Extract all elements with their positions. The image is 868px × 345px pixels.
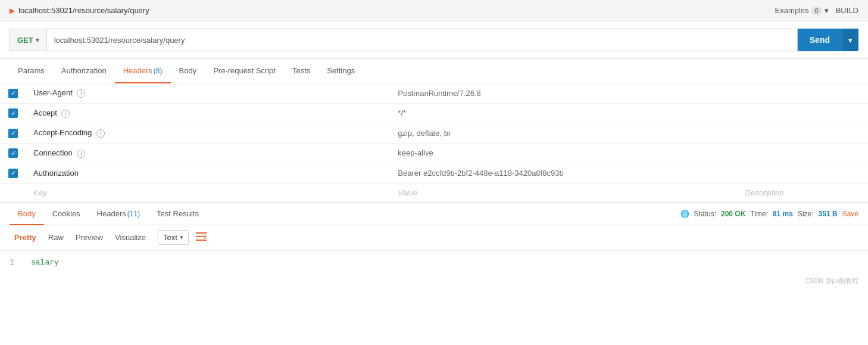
header-key-0: User-Agent [33,88,73,97]
header-value-2: gzip, deflate, br [391,123,738,144]
response-status-bar: 🌐 Status: 200 OK Time: 81 ms Size: 351 B… [680,210,858,218]
header-checkbox-1[interactable]: ✓ [8,108,18,118]
size-label: Size: [798,210,814,218]
tab-headers[interactable]: Headers(8) [115,59,171,83]
chevron-down-icon: ▾ [825,6,829,15]
preview-button[interactable]: Preview [71,231,108,244]
svg-rect-0 [196,232,207,234]
desc-placeholder: Description [745,188,784,197]
top-bar-left: ▶ localhost:53021/resource/salary/query [10,6,149,15]
header-checkbox-3[interactable]: ✓ [8,148,18,158]
response-tab-cookies[interactable]: Cookies [44,203,89,225]
info-icon[interactable]: i [77,89,85,98]
code-content-1: salary [31,258,59,267]
text-format-dropdown[interactable]: Text ▾ [158,230,189,245]
line-number-1: 1 [10,258,21,267]
raw-button[interactable]: Raw [43,231,68,244]
header-value-3: keep-alive [391,143,738,163]
visualize-button[interactable]: Visualize [110,231,151,244]
method-label: GET [17,36,33,45]
code-area: 1 salary [0,251,868,274]
format-bar: Pretty Raw Preview Visualize Text ▾ [0,225,868,251]
method-select[interactable]: GET ▾ [10,29,46,51]
response-tab-body[interactable]: Body [10,203,44,225]
chevron-down-icon: ▾ [180,234,183,241]
build-button[interactable]: BUILD [836,6,858,15]
save-link[interactable]: Save [842,210,858,218]
size-value: 351 B [819,210,838,218]
response-tabs-bar: Body Cookies Headers(11) Test Results 🌐 … [0,203,868,225]
url-bar: GET ▾ Send ▾ [0,21,868,59]
response-section: Body Cookies Headers(11) Test Results 🌐 … [0,203,868,274]
time-value: 81 ms [773,210,793,218]
table-row-empty: Key Value Description [0,183,868,202]
tab-tests[interactable]: Tests [284,59,319,83]
header-checkbox-4[interactable]: ✓ [8,169,18,178]
status-label: Status: [694,210,716,218]
value-placeholder: Value [398,188,417,197]
response-tab-headers[interactable]: Headers(11) [89,203,148,225]
arrow-icon: ▶ [10,7,15,15]
table-row: ✓ Connection i keep-alive [0,143,868,163]
svg-rect-2 [196,240,207,241]
info-icon[interactable]: i [96,129,105,138]
response-tab-test-results[interactable]: Test Results [148,203,207,225]
wrap-icon-button[interactable] [191,230,211,245]
header-key-2: Accept-Encoding [33,128,92,137]
table-row: ✓ Accept i */* [0,103,868,123]
url-input[interactable] [46,29,798,51]
time-label: Time: [750,210,768,218]
top-bar-url: localhost:53021/resource/salary/query [18,6,149,15]
table-row: ✓ Authorization Bearer e2ccfd9b-2bf2-448… [0,163,868,184]
header-value-4: Bearer e2ccfd9b-2bf2-448e-a118-3420a8f8c… [391,163,738,184]
send-button[interactable]: Send [798,29,842,51]
tab-body[interactable]: Body [171,59,205,83]
examples-button[interactable]: Examples 0 ▾ [775,6,829,15]
key-placeholder: Key [33,188,46,197]
text-format-label: Text [163,233,177,242]
pretty-button[interactable]: Pretty [10,231,41,244]
examples-badge: 0 [811,7,822,15]
send-button-wrap: Send ▾ [798,29,858,51]
code-line-1: 1 salary [10,258,858,267]
top-bar-right: Examples 0 ▾ BUILD [775,6,859,15]
send-dropdown-button[interactable]: ▾ [842,29,858,51]
header-checkbox-0[interactable]: ✓ [8,89,18,98]
header-key-1: Accept [33,108,57,117]
tab-settings[interactable]: Settings [319,59,363,83]
examples-label: Examples [775,6,809,15]
tab-prerequest[interactable]: Pre-request Script [205,59,284,83]
header-value-1: */* [391,103,738,123]
info-icon[interactable]: i [61,110,70,118]
tab-authorization[interactable]: Authorization [53,59,115,83]
header-key-3: Connection [33,148,73,157]
request-tabs: Params Authorization Headers(8) Body Pre… [0,59,868,83]
watermark: CSDN @ps酷教程 [0,274,868,290]
table-row: ✓ User-Agent i PostmanRuntime/7.26.8 [0,83,868,103]
svg-rect-1 [196,236,204,237]
status-value: 200 OK [721,210,745,218]
top-bar: ▶ localhost:53021/resource/salary/query … [0,0,868,21]
header-value-0: PostmanRuntime/7.26.8 [391,83,738,103]
info-icon[interactable]: i [77,150,85,158]
chevron-down-icon: ▾ [36,36,39,44]
table-row: ✓ Accept-Encoding i gzip, deflate, br [0,123,868,144]
header-key-4: Authorization [33,169,79,178]
headers-table: ✓ User-Agent i PostmanRuntime/7.26.8 ✓ A… [0,83,868,203]
tab-params[interactable]: Params [10,59,53,83]
globe-icon: 🌐 [680,210,689,218]
header-checkbox-2[interactable]: ✓ [8,129,18,138]
